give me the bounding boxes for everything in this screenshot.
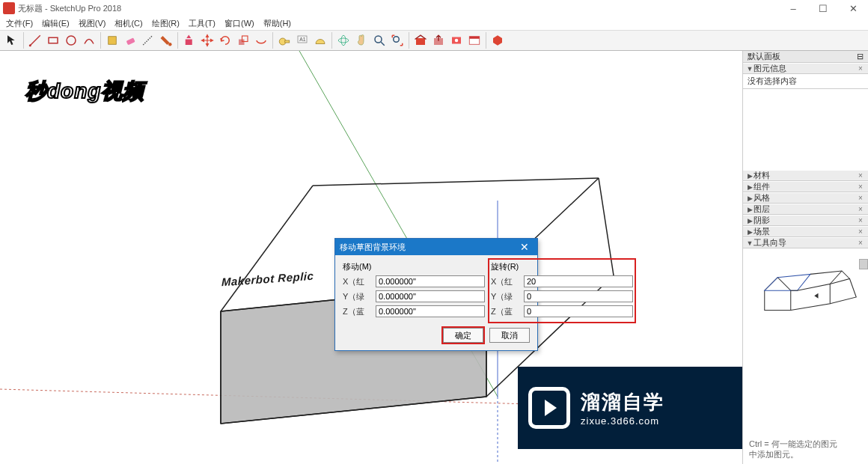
svg-rect-1 [49, 37, 58, 43]
orbit-tool-icon[interactable] [334, 31, 352, 49]
dialog-title: 移动草图背景环境 [340, 242, 406, 253]
component-tool-icon[interactable] [103, 31, 121, 49]
move-group-label: 移动(M) [343, 261, 485, 272]
instructor-house-icon [758, 263, 863, 331]
zoom-extents-icon[interactable] [388, 31, 406, 49]
section-layer[interactable]: 图层 [754, 204, 770, 215]
section-instructor[interactable]: 工具向导 [754, 237, 786, 248]
svg-rect-3 [109, 37, 117, 45]
section-close-icon[interactable]: × [856, 239, 865, 247]
instructor-body: Ctrl = 何一能选定的图元 中添加图元。 [743, 248, 868, 464]
svg-rect-17 [416, 38, 425, 45]
rotate-z-label: Z（蓝 [491, 306, 524, 317]
move-y-input[interactable] [376, 290, 485, 302]
scale-tool-icon[interactable] [234, 31, 252, 49]
svg-line-28 [221, 186, 313, 311]
svg-rect-7 [239, 40, 245, 46]
extension-manager-icon[interactable] [489, 31, 507, 49]
section-shadow[interactable]: 阴影 [754, 215, 770, 226]
tray-pin-icon[interactable]: ⊟ [857, 52, 864, 61]
default-tray-panel: 默认面板 ⊟ ▼图元信息× 没有选择内容 ▶材料× ▶组件× ▶风格× ▶图层×… [742, 51, 868, 464]
section-style[interactable]: 风格 [754, 192, 770, 204]
svg-rect-6 [186, 40, 192, 46]
instructor-scrollbar[interactable] [859, 259, 868, 269]
layout-icon[interactable] [465, 31, 483, 49]
menu-window[interactable]: 窗口(W) [220, 16, 259, 30]
menu-file[interactable]: 文件(F) [1, 16, 37, 30]
section-scene[interactable]: 场景 [754, 226, 770, 237]
dialog-cancel-button[interactable]: 取消 [489, 328, 530, 343]
arc-tool-icon[interactable] [80, 31, 98, 49]
move-y-label: Y（绿 [343, 291, 376, 302]
svg-point-0 [29, 44, 31, 46]
rotate-z-input[interactable] [524, 305, 633, 317]
section-close-icon[interactable]: × [856, 194, 865, 202]
viewport-3d[interactable]: Makerbot Replic 移动草图背景环境 ✕ 移动(M) X（红 Y（绿… [0, 51, 742, 464]
svg-point-15 [375, 36, 382, 43]
rotate-tool-icon[interactable] [216, 31, 234, 49]
rotate-x-label: X（红 [491, 276, 524, 287]
section-close-icon[interactable]: × [856, 216, 865, 225]
section-close-icon[interactable]: × [856, 205, 865, 213]
section-entity-info[interactable]: 图元信息 [754, 63, 786, 74]
tray-header-label: 默认面板 [748, 51, 780, 62]
section-material[interactable]: 材料 [754, 170, 770, 181]
menu-camera[interactable]: 相机(C) [110, 16, 147, 30]
section-component[interactable]: 组件 [754, 181, 770, 192]
section-close-icon[interactable]: × [856, 171, 865, 180]
protractor-tool-icon[interactable] [311, 31, 329, 49]
dialog-close-button[interactable]: ✕ [516, 241, 533, 253]
paint-tool-icon[interactable] [157, 31, 175, 49]
menu-edit[interactable]: 编辑(E) [37, 16, 74, 30]
menu-help[interactable]: 帮助(H) [259, 16, 296, 30]
move-z-label: Z（蓝 [343, 306, 376, 317]
svg-point-5 [168, 43, 172, 46]
app-icon [3, 2, 15, 14]
rotate-y-input[interactable] [524, 290, 633, 302]
maximize-button[interactable]: ☐ [808, 0, 838, 16]
rotate-x-input[interactable] [524, 275, 633, 287]
svg-point-13 [338, 38, 349, 43]
warehouse-get-icon[interactable] [412, 31, 430, 49]
pushpull-tool-icon[interactable] [180, 31, 198, 49]
warehouse-share-icon[interactable] [430, 31, 447, 49]
watermark2-line1: 溜溜自学 [581, 389, 664, 415]
main-toolbar: A1 [0, 30, 868, 51]
menu-tool[interactable]: 工具(T) [184, 16, 220, 30]
tape-tool-icon[interactable] [139, 31, 157, 49]
pan-tool-icon[interactable] [352, 31, 370, 49]
move-x-input[interactable] [376, 275, 485, 287]
dialog-ok-button[interactable]: 确定 [443, 328, 483, 343]
svg-line-30 [313, 178, 599, 186]
svg-text:A1: A1 [299, 37, 306, 42]
text-tool-icon[interactable]: A1 [293, 31, 311, 49]
instructor-text-line1: Ctrl = 何一能选定的图元 [749, 439, 859, 449]
offset-tool-icon[interactable] [252, 31, 270, 49]
menu-draw[interactable]: 绘图(R) [147, 16, 184, 30]
close-window-button[interactable]: ✕ [838, 0, 868, 16]
tape-measure-icon[interactable] [275, 31, 293, 49]
svg-rect-10 [285, 40, 290, 43]
extension-icon[interactable] [447, 31, 465, 49]
move-z-input[interactable] [376, 305, 485, 317]
rectangle-tool-icon[interactable] [44, 31, 62, 49]
eraser-tool-icon[interactable] [121, 31, 139, 49]
svg-point-20 [455, 39, 459, 43]
select-tool-icon[interactable] [3, 31, 21, 49]
section-close-icon[interactable]: × [856, 183, 865, 191]
minimize-button[interactable]: – [778, 0, 808, 16]
zoom-tool-icon[interactable] [370, 31, 388, 49]
svg-point-2 [67, 36, 76, 45]
svg-point-16 [394, 37, 400, 43]
entity-info-body: 没有选择内容 [743, 74, 868, 89]
circle-tool-icon[interactable] [62, 31, 80, 49]
menu-view[interactable]: 视图(V) [74, 16, 111, 30]
section-close-icon[interactable]: × [856, 228, 865, 236]
move-tool-icon[interactable] [198, 31, 216, 49]
svg-rect-4 [126, 37, 135, 45]
line-tool-icon[interactable] [26, 31, 44, 49]
rotate-y-label: Y（绿 [491, 291, 524, 302]
watermark-logo-1: 秒dong视频 [25, 76, 144, 106]
section-close-icon[interactable]: × [856, 64, 865, 73]
window-title: 无标题 - SketchUp Pro 2018 [18, 3, 778, 14]
